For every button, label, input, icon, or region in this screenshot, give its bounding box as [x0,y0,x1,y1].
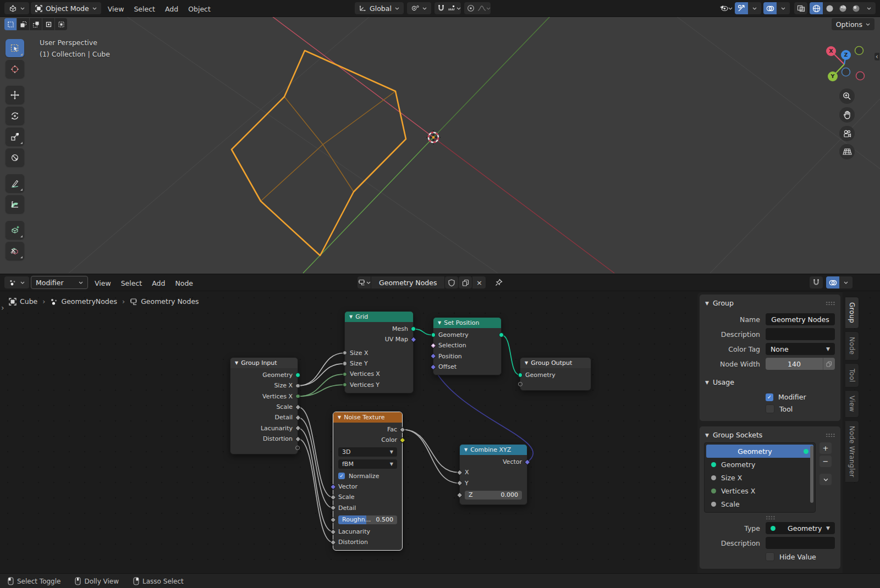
tool-select-box[interactable] [6,39,24,57]
node-menu-add[interactable]: Add [147,278,170,289]
sockets-list[interactable]: GeometryGeometrySize XVertices XScale [704,442,816,513]
collapse-chevron-icon[interactable]: ▼ [438,321,441,325]
tree-path-collapse-arrow[interactable]: › [1,303,4,312]
node-overlays-toggle[interactable] [826,276,839,289]
shading-solid-button[interactable] [823,2,836,14]
mode-dropdown[interactable]: Object Mode [31,2,101,14]
add-socket-button[interactable]: + [820,442,832,454]
group-panel-header[interactable]: ▼ Group [700,295,840,310]
socket-setpos-geo-l[interactable] [431,332,436,337]
select-mode-set[interactable] [4,18,16,30]
breadcrumb-item[interactable]: GeometryNodes [50,297,117,306]
menu-view[interactable]: View [103,3,129,15]
node-grid[interactable]: ▼GridMeshUV MapSize XSize YVertices XVer… [344,311,414,393]
node-menu-select[interactable]: Select [116,278,147,289]
socket-description-field[interactable] [766,537,835,549]
drag-handle-icon[interactable] [826,433,835,437]
options-button[interactable]: Options [832,18,875,30]
group-sockets-header[interactable]: ▼ Group Sockets [700,426,840,442]
node-noise[interactable]: ▼Noise TextureFacColor3D▼fBM▼✓NormalizeV… [333,412,403,551]
tool-cursor[interactable] [6,60,24,78]
tool-rotate[interactable] [6,107,24,125]
node-setpos[interactable]: ▼Set PositionGeometrySelectionPositionOf… [433,317,502,375]
node-menu-node[interactable]: Node [170,278,198,289]
node-tree-context-dropdown[interactable]: Modifier [31,276,88,289]
menu-select[interactable]: Select [129,3,160,15]
socket-list-item[interactable]: Size X [706,471,813,484]
browse-node-tree-button[interactable] [358,276,371,289]
socket-ginput-geo-r[interactable] [295,373,300,378]
group-name-field[interactable]: Geometry Nodes [766,313,835,325]
pin-toggle[interactable] [492,276,505,289]
sidebar-tab-node-wrangler[interactable]: Node Wrangler [845,420,859,483]
socket-ginput-sizex-r[interactable] [295,384,300,389]
snap-toggle[interactable] [435,2,448,14]
snap-settings-dropdown[interactable] [448,2,461,14]
virtual-socket[interactable] [295,446,300,450]
select-mode-invert[interactable] [42,18,54,30]
pivot-point-dropdown[interactable] [407,2,431,14]
node-width-extra-button[interactable] [823,358,835,370]
breadcrumb-item[interactable]: Geometry Nodes [130,297,199,306]
node-ginput[interactable]: ▼Group InputGeometrySize XVertices XScal… [230,357,298,454]
overlays-dropdown[interactable] [777,2,790,14]
tool-add-cube[interactable] [6,221,24,239]
socket-ginput-vertx-r[interactable] [295,394,300,399]
shading-rendered-button[interactable] [849,2,862,14]
tool-mesh-tool[interactable] [6,242,24,260]
tool-move[interactable] [6,86,24,104]
collapse-chevron-icon[interactable]: ▼ [349,315,353,319]
node-slider-rough[interactable]: Roughn...0.500 [338,515,397,524]
remove-socket-button[interactable]: − [820,456,832,467]
node-header-grid[interactable]: ▼Grid [345,312,413,322]
node-enum-dim[interactable]: 3D▼ [338,447,397,457]
node-overlays-dropdown[interactable] [839,276,853,289]
socket-goutput-geo-l[interactable] [518,373,523,378]
node-enum-type[interactable]: fBM▼ [338,459,397,469]
node-snap-toggle[interactable] [810,276,823,289]
hide-value-checkbox[interactable] [766,552,774,561]
breadcrumb-item[interactable]: Cube [9,297,37,306]
collapse-chevron-icon[interactable]: ▼ [525,361,528,365]
socket-type-dropdown[interactable]: Geometry ▼ [766,522,835,534]
collapse-chevron-icon[interactable]: ▼ [338,415,341,420]
proportional-edit-toggle[interactable] [464,2,477,14]
node-goutput[interactable]: ▼Group OutputGeometry [520,357,591,391]
node-header-combine[interactable]: ▼Combine XYZ [460,445,527,455]
sidebar-tab-group[interactable]: Group [845,297,859,329]
group-description-field[interactable] [766,328,835,340]
viewport-3d[interactable]: XZY Options User Perspective (1) Collect… [0,16,880,274]
color-tag-dropdown[interactable]: None ▼ [766,343,835,355]
node-header-noise[interactable]: ▼Noise Texture [333,412,402,423]
node-header-setpos[interactable]: ▼Set Position [433,318,501,328]
socket-grid-verty-l[interactable] [343,382,348,387]
fake-user-toggle[interactable] [445,276,458,289]
node-checkbox-norm[interactable]: ✓ [338,473,345,479]
socket-grid-sizey-l[interactable] [343,361,348,366]
tool-scale[interactable] [6,127,24,146]
datablock-name-field[interactable]: Geometry Nodes [371,276,444,289]
socket-grid-sizex-l[interactable] [343,351,348,356]
node-combine[interactable]: ▼Combine XYZVectorXYZ0.000 [459,444,527,505]
node-slider-z[interactable]: Z0.000 [465,491,522,500]
virtual-socket[interactable] [518,382,522,386]
drag-handle-icon[interactable] [826,301,835,305]
zoom-button[interactable] [839,88,855,104]
node-editor-canvas[interactable]: › Cube›GeometryNodes›Geometry Nodes ▼Gri… [0,290,880,577]
scrollbar[interactable] [810,446,813,503]
select-mode-extend[interactable] [17,18,29,30]
xray-toggle[interactable] [794,2,807,14]
sidebar-collapse-arrow[interactable]: ‹ [875,53,879,60]
node-editor-type-button[interactable] [4,276,29,289]
node-header-goutput[interactable]: ▼Group Output [520,358,591,368]
socket-list-item[interactable]: Scale [706,497,813,511]
visibility-dropdown[interactable] [719,2,733,14]
modifier-checkbox[interactable]: ✓ [766,393,773,401]
sidebar-tab-node[interactable]: Node [845,331,859,360]
tool-annotate[interactable] [6,174,24,192]
node-width-slider[interactable]: 140 [766,358,823,370]
shading-material-button[interactable] [836,2,849,14]
node-header-ginput[interactable]: ▼Group Input [230,358,298,368]
collapse-chevron-icon[interactable]: ▼ [464,448,468,452]
editor-type-button[interactable] [4,2,29,14]
